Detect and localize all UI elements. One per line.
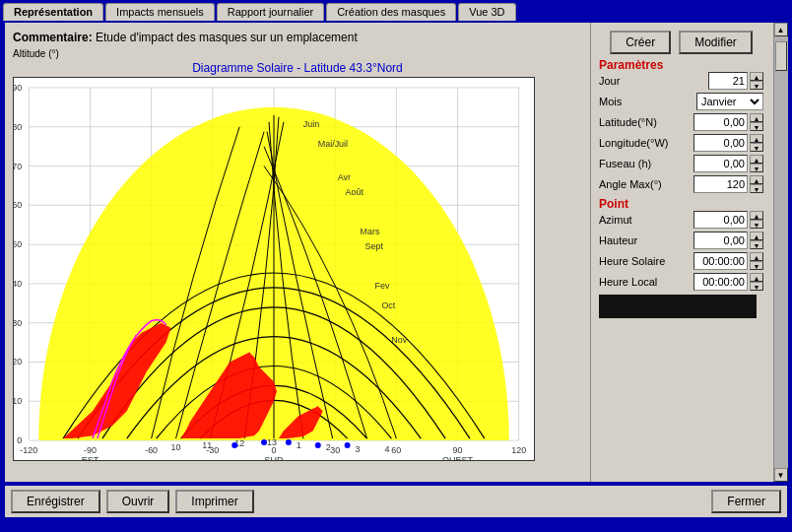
jour-row: Jour ▲ ▼: [599, 72, 763, 90]
angle-up[interactable]: ▲: [750, 175, 763, 184]
svg-text:SUD: SUD: [265, 455, 284, 460]
svg-point-67: [315, 442, 321, 448]
fuseau-control: ▲ ▼: [693, 155, 763, 172]
fuseau-spinner[interactable]: ▲ ▼: [750, 155, 763, 172]
scroll-down-btn[interactable]: ▼: [774, 468, 788, 482]
ouvrir-button[interactable]: Ouvrir: [106, 490, 170, 513]
svg-point-68: [345, 442, 351, 448]
svg-text:Avr: Avr: [338, 172, 351, 182]
azimut-input[interactable]: [693, 211, 748, 229]
latitude-up[interactable]: ▲: [750, 113, 763, 122]
svg-text:70: 70: [14, 162, 22, 171]
svg-text:10: 10: [171, 442, 181, 452]
tab-vue3d[interactable]: Vue 3D: [458, 3, 515, 21]
point-title: Point: [599, 197, 763, 211]
fuseau-input[interactable]: [693, 155, 748, 172]
tab-masques[interactable]: Création des masques: [326, 3, 456, 21]
bottom-left-buttons: Enrégistrer Ouvrir Imprimer: [11, 490, 254, 513]
heure-local-label: Heure Local: [599, 276, 683, 288]
heure-local-down[interactable]: ▼: [750, 282, 763, 291]
svg-point-65: [261, 439, 267, 445]
svg-text:Juin: Juin: [303, 119, 319, 129]
svg-text:Août: Août: [346, 187, 364, 197]
chart-title: Diagramme Solaire - Latitude 43.3°Nord: [13, 61, 582, 75]
heure-solaire-label: Heure Solaire: [599, 255, 683, 267]
azimut-spinner[interactable]: ▲ ▼: [750, 211, 763, 229]
svg-text:40: 40: [14, 279, 22, 289]
svg-text:80: 80: [14, 122, 22, 132]
enregistrer-button[interactable]: Enrégistrer: [11, 490, 100, 513]
angle-input[interactable]: [693, 175, 748, 193]
mois-label: Mois: [599, 96, 683, 107]
svg-text:60: 60: [391, 445, 401, 455]
mois-select[interactable]: Janvier Février Mars Avril Mai Juin Juil…: [696, 93, 763, 110]
heure-local-up[interactable]: ▲: [750, 273, 763, 282]
svg-text:1: 1: [297, 440, 301, 450]
svg-point-66: [286, 439, 292, 445]
latitude-input[interactable]: [693, 113, 748, 131]
heure-local-control: ▲ ▼: [693, 273, 763, 291]
altitude-label: Altitude (°): [13, 48, 582, 59]
angle-down[interactable]: ▼: [750, 184, 763, 193]
jour-up[interactable]: ▲: [750, 72, 763, 81]
longitude-spinner[interactable]: ▲ ▼: [750, 134, 763, 152]
heure-solaire-down[interactable]: ▼: [750, 261, 763, 270]
longitude-row: Longitude(°W) ▲ ▼: [599, 134, 763, 152]
longitude-label: Longitude(°W): [599, 137, 683, 149]
commentaire-label: Commentaire:: [13, 31, 93, 44]
svg-text:60: 60: [14, 200, 22, 210]
jour-input[interactable]: [708, 72, 748, 90]
tab-representation[interactable]: Représentation: [3, 3, 103, 21]
angle-control: ▲ ▼: [693, 175, 763, 193]
color-display: [599, 295, 757, 318]
hauteur-input[interactable]: [693, 232, 748, 249]
svg-text:30: 30: [14, 318, 22, 328]
angle-row: Angle Max(°) ▲ ▼: [599, 175, 763, 193]
svg-text:120: 120: [511, 445, 526, 455]
fuseau-row: Fuseau (h) ▲ ▼: [599, 155, 763, 172]
svg-text:Nov: Nov: [391, 335, 407, 345]
azimut-down[interactable]: ▼: [750, 220, 763, 229]
azimut-label: Azimut: [599, 214, 683, 226]
svg-text:OUEST: OUEST: [442, 455, 473, 460]
azimut-up[interactable]: ▲: [750, 211, 763, 220]
svg-text:EST: EST: [82, 455, 99, 460]
fuseau-down[interactable]: ▼: [750, 164, 763, 172]
tab-rapport[interactable]: Rapport journalier: [217, 3, 324, 21]
jour-spinner[interactable]: ▲ ▼: [750, 72, 763, 90]
scroll-thumb[interactable]: [775, 41, 787, 71]
fermer-button[interactable]: Fermer: [711, 490, 781, 513]
chart-area[interactable]: 0 10 20 30 40 50 60 70 80 90 -120 -90 -6…: [13, 77, 535, 461]
hauteur-up[interactable]: ▲: [750, 232, 763, 240]
longitude-input[interactable]: [693, 134, 748, 152]
longitude-up[interactable]: ▲: [750, 134, 763, 143]
heure-solaire-spinner[interactable]: ▲ ▼: [750, 252, 763, 270]
hauteur-down[interactable]: ▼: [750, 240, 763, 249]
modifier-button[interactable]: Modifier: [679, 31, 753, 54]
heure-local-input[interactable]: [693, 273, 748, 291]
scrollbar[interactable]: ▲ ▼: [773, 23, 787, 482]
hauteur-spinner[interactable]: ▲ ▼: [750, 232, 763, 249]
heure-solaire-input[interactable]: [693, 252, 748, 270]
jour-down[interactable]: ▼: [750, 81, 763, 90]
svg-text:50: 50: [14, 239, 22, 249]
scroll-up-btn[interactable]: ▲: [774, 23, 788, 36]
latitude-spinner[interactable]: ▲ ▼: [750, 113, 763, 131]
azimut-row: Azimut ▲ ▼: [599, 211, 763, 229]
hauteur-label: Hauteur: [599, 234, 683, 246]
svg-text:0: 0: [17, 435, 22, 445]
creer-button[interactable]: Créer: [610, 31, 671, 54]
svg-text:-90: -90: [84, 445, 97, 455]
tab-impacts[interactable]: Impacts mensuels: [105, 3, 215, 21]
jour-control: ▲ ▼: [708, 72, 763, 90]
heure-local-spinner[interactable]: ▲ ▼: [750, 273, 763, 291]
angle-spinner[interactable]: ▲ ▼: [750, 175, 763, 193]
heure-local-row: Heure Local ▲ ▼: [599, 273, 763, 291]
svg-text:4: 4: [384, 444, 389, 454]
heure-solaire-up[interactable]: ▲: [750, 252, 763, 261]
longitude-down[interactable]: ▼: [750, 143, 763, 152]
imprimer-button[interactable]: Imprimer: [175, 490, 253, 513]
scroll-track[interactable]: [774, 36, 788, 468]
fuseau-up[interactable]: ▲: [750, 155, 763, 164]
latitude-down[interactable]: ▼: [750, 122, 763, 131]
